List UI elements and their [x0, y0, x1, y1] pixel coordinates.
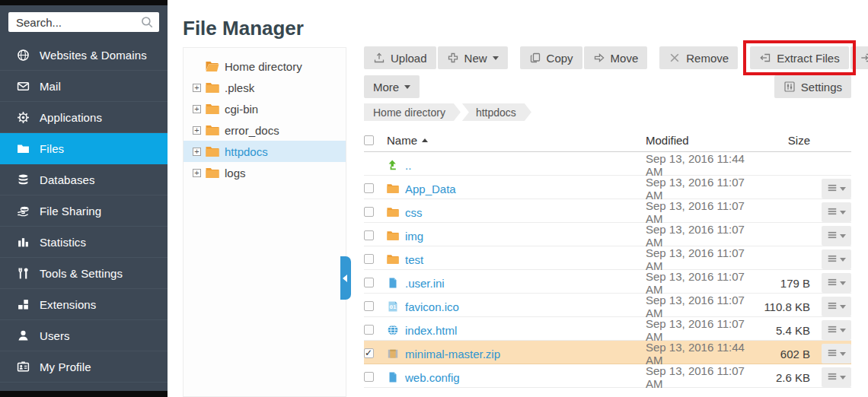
row-checkbox[interactable] — [364, 301, 374, 311]
stats-icon — [17, 236, 30, 249]
chevron-down-icon — [840, 305, 846, 309]
file-link[interactable]: App_Data — [405, 183, 456, 195]
sidebar-item-tools-settings[interactable]: Tools & Settings — [0, 258, 168, 289]
sidebar-item-extensions[interactable]: Extensions — [0, 289, 168, 320]
toolbar-group: CopyMove — [520, 46, 648, 69]
tree-item-home-directory[interactable]: Home directory — [183, 56, 346, 77]
modified-date: Sep 13, 2016 11:07 AM — [646, 246, 760, 272]
chevron-down-icon — [840, 187, 846, 191]
name-header-label: Name — [387, 134, 417, 147]
row-actions-menu-button[interactable] — [822, 344, 851, 364]
sidebar-item-users[interactable]: Users — [0, 320, 168, 351]
search-input[interactable] — [8, 12, 159, 32]
move-icon — [593, 52, 605, 64]
sidebar-item-websites-domains[interactable]: Websites & Domains — [0, 40, 168, 71]
expand-icon[interactable]: + — [193, 126, 201, 135]
chevron-down-icon — [493, 56, 499, 60]
sidebar-item-applications[interactable]: Applications — [0, 102, 168, 133]
more-label: More — [373, 81, 399, 94]
sidebar-item-mail[interactable]: Mail — [0, 71, 168, 102]
row-actions-menu-button[interactable] — [822, 179, 851, 198]
badge-icon — [17, 360, 30, 373]
file-link[interactable]: web.config — [405, 371, 460, 384]
row-actions-menu-button[interactable] — [822, 226, 851, 246]
expand-icon[interactable]: + — [193, 148, 201, 156]
tree-item-plesk[interactable]: +.plesk — [183, 77, 346, 98]
breadcrumb-httpdocs[interactable]: httpdocs — [462, 103, 531, 121]
file-link[interactable]: test — [405, 253, 423, 266]
table-row-app-data: App_DataSep 13, 2016 11:07 AM — [364, 176, 851, 199]
sidebar-item-file-sharing[interactable]: File Sharing — [0, 195, 168, 227]
file-link[interactable]: img — [405, 230, 423, 243]
upload-button[interactable]: Upload — [364, 46, 436, 69]
new-button[interactable]: New — [438, 46, 508, 69]
toolbar: UploadNewCopyMoveRemoveExtract FilesAdd … — [364, 46, 851, 69]
more-button[interactable]: More — [364, 75, 420, 98]
tree-item-error-docs[interactable]: +error_docs — [183, 119, 346, 141]
chevron-down-icon — [840, 211, 846, 214]
row-actions-menu-button[interactable] — [822, 320, 851, 340]
sidebar-item-label: Statistics — [40, 236, 86, 249]
hamburger-icon — [827, 324, 838, 337]
expand-icon[interactable]: + — [193, 169, 201, 177]
share-icon — [17, 205, 30, 218]
row-checkbox[interactable] — [364, 254, 374, 264]
row-actions-menu-button[interactable] — [822, 249, 851, 269]
row-actions-menu-button[interactable] — [822, 202, 851, 222]
plus-icon — [447, 52, 459, 64]
row-checkbox[interactable] — [364, 325, 374, 335]
row-checkbox[interactable] — [364, 230, 374, 240]
sidebar-item-my-profile[interactable]: My Profile — [0, 351, 168, 383]
file-size: 179 B — [760, 277, 815, 290]
tree-item-logs[interactable]: +logs — [183, 162, 346, 183]
row-checkbox[interactable] — [364, 372, 374, 382]
chevron-down-icon — [840, 329, 846, 332]
row-actions-menu-button[interactable] — [822, 273, 851, 293]
row-actions-menu-button[interactable] — [822, 297, 851, 316]
sidebar-item-files[interactable]: Files — [0, 133, 168, 164]
table-row-css: cssSep 13, 2016 11:07 AM — [364, 199, 851, 223]
file-link[interactable]: minimal-master.zip — [405, 348, 500, 360]
column-header-modified[interactable]: Modified — [646, 134, 760, 147]
row-checkbox[interactable] — [364, 183, 374, 193]
add-to-archive-button[interactable]: Add to Archive — [850, 46, 868, 69]
file-link[interactable]: .user.ini — [405, 277, 445, 290]
doc-icon — [387, 371, 399, 383]
file-link[interactable]: css — [405, 206, 423, 219]
row-checkbox[interactable] — [364, 207, 374, 217]
copy-button[interactable]: Copy — [520, 46, 582, 69]
html-icon — [387, 324, 399, 336]
tree-item-httpdocs[interactable]: +httpdocs — [183, 141, 346, 162]
globe-icon — [17, 49, 30, 62]
file-link[interactable]: .. — [405, 159, 411, 172]
search-icon[interactable] — [140, 15, 154, 29]
extract-files-label: Extract Files — [777, 52, 840, 65]
select-all-checkbox[interactable] — [364, 135, 374, 145]
table-header: Name Modified Size — [364, 129, 851, 152]
column-header-size[interactable]: Size — [760, 134, 815, 147]
row-checkbox[interactable] — [364, 278, 374, 287]
sidebar-item-statistics[interactable]: Statistics — [0, 227, 168, 258]
hamburger-icon — [827, 371, 838, 384]
tools-icon — [17, 267, 30, 280]
extract-files-button[interactable]: Extract Files — [750, 46, 849, 69]
folder-icon — [206, 82, 219, 94]
sidebar-item-databases[interactable]: Databases — [0, 164, 168, 195]
row-actions-menu-button[interactable] — [822, 367, 851, 387]
tree-item-cgi-bin[interactable]: +cgi-bin — [183, 98, 346, 119]
folder-icon — [387, 206, 399, 218]
modified-date: Sep 13, 2016 11:07 AM — [646, 364, 760, 390]
breadcrumb-home-directory[interactable]: Home directory — [364, 103, 461, 121]
file-link[interactable]: index.html — [405, 324, 457, 337]
file-link[interactable]: favicon.ico — [405, 300, 459, 313]
row-checkbox[interactable] — [364, 348, 374, 358]
settings-button[interactable]: Settings — [774, 75, 851, 98]
modified-date: Sep 13, 2016 11:44 AM — [646, 152, 760, 178]
remove-button[interactable]: Remove — [659, 46, 738, 69]
folder-icon — [206, 146, 219, 157]
tree-collapse-handle[interactable] — [340, 256, 351, 300]
move-button[interactable]: Move — [584, 46, 648, 69]
column-header-name[interactable]: Name — [387, 134, 646, 147]
expand-icon[interactable]: + — [193, 84, 201, 92]
expand-icon[interactable]: + — [193, 105, 201, 113]
